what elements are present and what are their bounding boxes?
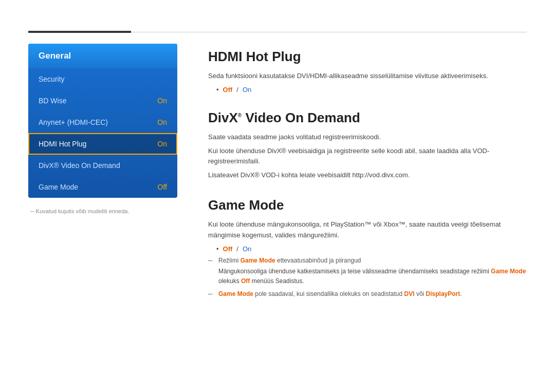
sidebar-menu: General Security BD Wise On Anynet+ (HDM… — [28, 44, 177, 198]
section-desc-divx-1: Saate vaadata seadme jaoks volitatud reg… — [208, 132, 527, 143]
bullet-on: On — [243, 86, 251, 94]
hdmi-bullet-list: Off / On — [216, 86, 527, 94]
section-desc-hdmi: Seda funktsiooni kasutatakse DVI/HDMI-al… — [208, 71, 527, 82]
section-game-mode: Game Mode Kui loote ühenduse mängukonsoo… — [208, 197, 527, 299]
content-area: HDMI Hot Plug Seda funktsiooni kasutatak… — [208, 44, 527, 364]
game-note-1: Režiimi Game Mode ettevaatusabinõud ja p… — [208, 256, 527, 266]
top-bar-line — [131, 32, 527, 32]
hdmi-bullet-item: Off / On — [216, 86, 527, 94]
game-mode-bold-1: Game Mode — [240, 257, 275, 264]
sidebar-note: Kuvatud kujutis võib mudeliti erineda. — [28, 208, 177, 214]
sidebar-item-anynet[interactable]: Anynet+ (HDMI-CEC) On — [28, 111, 177, 133]
top-bar — [28, 31, 527, 33]
section-hdmi-hot-plug: HDMI Hot Plug Seda funktsiooni kasutatak… — [208, 49, 527, 94]
section-title-hdmi: HDMI Hot Plug — [208, 49, 527, 65]
bullet-off: Off — [223, 86, 233, 94]
game-bullet-on: On — [243, 245, 251, 253]
section-title-game: Game Mode — [208, 197, 527, 213]
sidebar-item-value: On — [157, 118, 167, 126]
section-divx-vod: DivX® Video On Demand Saate vaadata sead… — [208, 110, 527, 181]
displayport-ref: DisplayPort — [426, 290, 460, 297]
dvi-ref: DVI — [404, 290, 415, 297]
sidebar-item-value: On — [157, 140, 167, 148]
sidebar-item-hdmi-hot-plug[interactable]: HDMI Hot Plug On — [28, 133, 177, 155]
sidebar-item-label: Security — [39, 75, 65, 83]
main-layout: General Security BD Wise On Anynet+ (HDM… — [28, 44, 527, 364]
sidebar-item-value: On — [157, 97, 167, 105]
sidebar-item-security[interactable]: Security — [28, 68, 177, 90]
sidebar-header: General — [28, 44, 177, 68]
game-mode-bold-3: Game Mode — [218, 290, 253, 297]
game-bullet-off: Off — [223, 245, 233, 253]
sidebar-item-label: BD Wise — [39, 97, 66, 105]
game-note-2: Game Mode pole saadaval, kui sisendallik… — [208, 289, 527, 299]
game-note-1-desc: Mängukonsooliga ühenduse katkestamiseks … — [208, 267, 527, 286]
game-mode-bold-2: Game Mode — [491, 268, 526, 275]
sidebar: General Security BD Wise On Anynet+ (HDM… — [28, 44, 177, 364]
game-bullet-separator: / — [236, 245, 238, 253]
bullet-separator: / — [236, 86, 238, 94]
sidebar-item-game-mode[interactable]: Game Mode Off — [28, 176, 177, 198]
section-desc-divx-2: Kui loote ühenduse DivX® veebisaidiga ja… — [208, 146, 527, 167]
sidebar-item-label: DivX® Video On Demand — [39, 161, 120, 170]
sidebar-item-label: Anynet+ (HDMI-CEC) — [39, 118, 108, 126]
sidebar-item-label: HDMI Hot Plug — [39, 140, 86, 148]
section-desc-game: Kui loote ühenduse mängukonsooliga, nt P… — [208, 219, 527, 241]
game-bullet-item: Off / On — [216, 245, 527, 253]
section-desc-divx-3: Lisateavet DivX® VOD-i kohta leiate veeb… — [208, 170, 527, 181]
game-bullet-list: Off / On — [216, 245, 527, 253]
sidebar-item-divx-vod[interactable]: DivX® Video On Demand — [28, 155, 177, 176]
sidebar-item-bdwise[interactable]: BD Wise On — [28, 90, 177, 111]
top-bar-accent — [28, 31, 131, 33]
section-title-divx: DivX® Video On Demand — [208, 110, 527, 126]
sidebar-item-value: Off — [158, 183, 167, 191]
sidebar-item-label: Game Mode — [39, 183, 78, 191]
game-mode-off-ref: Off — [241, 277, 250, 285]
